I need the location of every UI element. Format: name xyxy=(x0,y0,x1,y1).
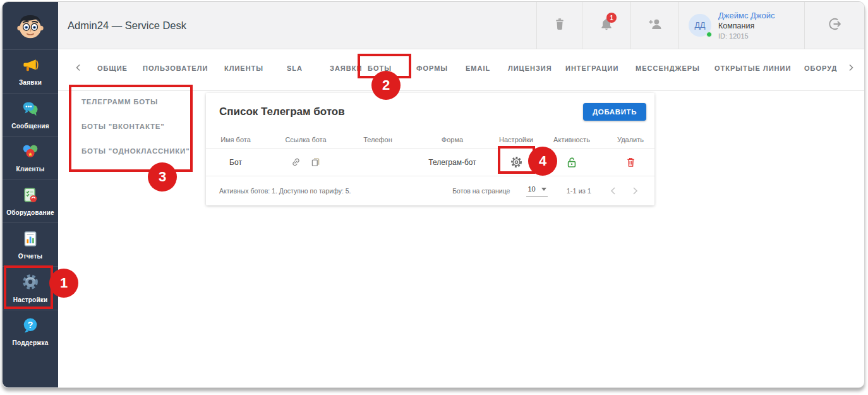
user-id: ID: 12015 xyxy=(718,32,775,41)
sidebar-item-label: Заявки xyxy=(19,79,42,86)
sidebar-item-label: Оборудование xyxy=(6,209,54,216)
activity-cell xyxy=(537,156,606,169)
sidebar-item-tickets[interactable]: Заявки xyxy=(3,49,58,93)
tab-messengers[interactable]: МЕССЕНДЖЕРЫ xyxy=(636,64,700,72)
add-user-button[interactable] xyxy=(630,2,678,49)
submenu-item-telegram-bots[interactable]: ТЕЛЕГРАММ БОТЫ xyxy=(81,89,190,114)
trash-button[interactable] xyxy=(536,2,582,49)
sidebar-item-label: Отчеты xyxy=(18,253,43,260)
submenu-item-vk-bots[interactable]: БОТЫ "ВКОНТАКТЕ" xyxy=(81,114,190,138)
bot-link-cell xyxy=(265,157,346,167)
delete-cell xyxy=(606,156,654,168)
column-header-settings: Настройки xyxy=(495,136,537,143)
logout-button[interactable] xyxy=(804,2,865,49)
tab-email[interactable]: EMAIL xyxy=(466,64,490,72)
prev-page-icon[interactable] xyxy=(603,186,624,196)
column-header-phone: Телефон xyxy=(346,136,409,143)
notifications-button[interactable]: 1 xyxy=(582,2,630,49)
online-status-dot xyxy=(706,32,712,37)
link-icon[interactable] xyxy=(291,157,301,167)
tab-license[interactable]: ЛИЦЕНЗИЯ xyxy=(508,64,552,72)
tab-open-lines[interactable]: ОТКРЫТЫЕ ЛИНИИ xyxy=(714,64,791,72)
gear-icon xyxy=(21,272,40,294)
tab-tickets[interactable]: ЗАЯВКИ xyxy=(330,64,362,72)
unlock-icon[interactable] xyxy=(565,156,578,169)
user-info: Джеймс Джойс Компания ID: 12015 xyxy=(718,10,775,41)
annotation-step-3: 3 xyxy=(148,162,177,191)
bot-name-cell: Бот xyxy=(206,158,265,167)
telegram-bots-panel: Список Телеграм ботов ДОБАВИТЬ Имя бота … xyxy=(206,93,654,205)
sidebar-item-settings[interactable]: Настройки xyxy=(3,266,58,310)
column-header-bot-name: Имя бота xyxy=(206,136,265,143)
tab-bots[interactable]: БОТЫ xyxy=(368,64,392,72)
sidebar-item-label: Настройки xyxy=(13,296,48,303)
delete-bot-trash-icon[interactable] xyxy=(625,156,637,168)
table-header-row: Имя бота Ссылка бота Телефон Форма Настр… xyxy=(206,131,654,149)
app-title: Admin24 — Service Desk xyxy=(68,20,186,32)
help-icon: ? xyxy=(21,317,39,337)
tab-integrations[interactable]: ИНТЕГРАЦИИ xyxy=(565,64,618,72)
caret-down-icon xyxy=(541,188,546,191)
tab-sla[interactable]: SLA xyxy=(287,64,303,72)
tabs-scroll-right-icon[interactable] xyxy=(847,63,855,75)
bot-settings-gear-icon[interactable] xyxy=(510,155,523,169)
logout-icon xyxy=(826,15,844,35)
sidebar-item-label: Сообщения xyxy=(11,123,49,130)
table-footer: Активных ботов: 1. Доступно по тарифу: 5… xyxy=(206,176,654,205)
header-actions: 1 ДД Джеймс Джойс Компания ID: 12015 xyxy=(536,2,865,49)
megaphone-icon xyxy=(21,56,39,76)
sidebar-item-messages[interactable]: Сообщения xyxy=(3,93,58,137)
settings-cell xyxy=(495,155,537,169)
form-cell: Телеграм-бот xyxy=(409,158,495,167)
user-menu[interactable]: ДД Джеймс Джойс Компания ID: 12015 xyxy=(678,2,804,49)
next-page-icon[interactable] xyxy=(624,186,646,196)
sidebar-item-equipment[interactable]: Оборудование xyxy=(3,179,58,223)
pagination-controls: Ботов на странице 10 1-1 из 1 xyxy=(452,185,646,197)
notification-badge: 1 xyxy=(606,13,617,23)
tab-users[interactable]: ПОЛЬЗОВАТЕЛИ xyxy=(143,64,208,72)
reports-icon xyxy=(21,230,39,250)
user-name: Джеймс Джойс xyxy=(718,10,775,21)
table-row: Бот Телеграм-бот xyxy=(206,149,654,176)
equipment-icon xyxy=(21,186,39,207)
person-add-icon xyxy=(647,16,663,35)
avatar-initials: ДД xyxy=(695,21,706,30)
sidebar: Заявки Сообщения Клиенты Оборудование От… xyxy=(3,2,58,387)
app-logo[interactable] xyxy=(3,2,58,49)
column-header-activity: Активность xyxy=(537,136,606,143)
bots-summary: Активных ботов: 1. Доступно по тарифу: 5… xyxy=(219,187,351,195)
sidebar-item-label: Поддержка xyxy=(13,339,49,346)
tabs-scroll-left-icon[interactable] xyxy=(74,63,83,75)
settings-tabbar: ОБЩИЕ ПОЛЬЗОВАТЕЛИ КЛИЕНТЫ SLA ЗАЯВКИ БО… xyxy=(58,49,865,91)
tab-general[interactable]: ОБЩИЕ xyxy=(97,64,128,72)
top-header: Admin24 — Service Desk 1 ДД xyxy=(58,2,865,49)
cartoon-avatar-logo xyxy=(13,8,48,44)
sidebar-item-reports[interactable]: Отчеты xyxy=(3,222,58,266)
per-page-label: Ботов на странице xyxy=(452,187,510,195)
sidebar-item-support[interactable]: ? Поддержка xyxy=(3,310,58,353)
panel-header: Список Телеграм ботов ДОБАВИТЬ xyxy=(206,93,654,131)
add-bot-button[interactable]: ДОБАВИТЬ xyxy=(583,103,646,121)
page-range: 1-1 из 1 xyxy=(567,187,591,195)
per-page-select[interactable]: 10 xyxy=(526,185,547,197)
column-header-delete: Удалить xyxy=(606,136,654,143)
sidebar-item-label: Клиенты xyxy=(16,166,44,173)
tab-clients[interactable]: КЛИЕНТЫ xyxy=(224,64,263,72)
trash-icon xyxy=(552,16,567,34)
sidebar-item-clients[interactable]: Клиенты xyxy=(3,136,58,179)
app-window: Admin24 — Service Desk 1 ДД xyxy=(2,1,865,388)
chat-icon xyxy=(21,100,39,120)
column-header-form: Форма xyxy=(409,136,495,143)
clients-icon xyxy=(21,143,39,163)
user-company: Компания xyxy=(718,21,775,32)
tab-forms[interactable]: ФОРМЫ xyxy=(416,64,448,72)
per-page-value: 10 xyxy=(527,185,535,193)
column-header-bot-link: Ссылка бота xyxy=(265,136,346,143)
copy-icon[interactable] xyxy=(310,157,321,167)
bots-submenu: ТЕЛЕГРАММ БОТЫ БОТЫ "ВКОНТАКТЕ" БОТЫ "ОД… xyxy=(81,89,190,163)
avatar: ДД xyxy=(689,14,711,37)
panel-title: Список Телеграм ботов xyxy=(219,106,345,118)
tab-equipment[interactable]: ОБОРУД xyxy=(804,64,837,72)
svg-text:?: ? xyxy=(28,320,33,330)
submenu-item-ok-bots[interactable]: БОТЫ "ОДНОКЛАССНИКИ" xyxy=(81,138,190,163)
